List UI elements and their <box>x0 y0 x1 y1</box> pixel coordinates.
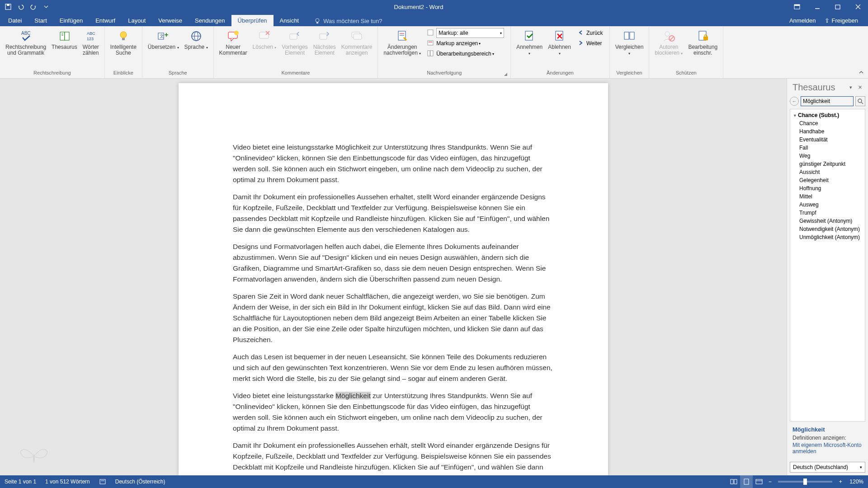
web-layout-icon[interactable] <box>753 475 765 488</box>
track-changes-button[interactable]: Änderungen nachverfolgen ▾ <box>381 28 424 69</box>
tell-me-search[interactable]: Was möchten Sie tun? <box>311 16 386 26</box>
tab-references[interactable]: Verweise <box>152 15 189 26</box>
tab-view[interactable]: Ansicht <box>274 15 306 26</box>
redo-icon[interactable] <box>29 2 38 11</box>
maximize-icon[interactable] <box>827 0 848 14</box>
signin-link[interactable]: Anmelden <box>785 15 821 26</box>
show-comments-button[interactable]: Kommentare anzeigen <box>339 28 375 69</box>
paragraph[interactable]: Auch das Lesen ist bequemer in der neuen… <box>233 352 554 384</box>
new-comment-button[interactable]: Neuer Kommentar <box>217 28 250 69</box>
back-button[interactable]: Zurück <box>576 28 605 38</box>
spelling-icon: ABC <box>19 29 33 43</box>
zoom-slider[interactable] <box>778 481 832 483</box>
ribbon-display-icon[interactable] <box>787 0 807 14</box>
zoom-out-button[interactable]: − <box>765 479 774 485</box>
signin-link[interactable]: Mit eigenem Microsoft-Konto anmelden <box>793 442 863 455</box>
tab-layout[interactable]: Layout <box>122 15 152 26</box>
show-markup-icon <box>427 40 434 47</box>
paragraph[interactable]: Sparen Sie Zeit in Word dank neuer Schal… <box>233 291 554 345</box>
tab-file[interactable]: Datei <box>2 15 28 26</box>
language-button[interactable]: Sprache ▾ <box>182 28 211 69</box>
tab-design[interactable]: Entwurf <box>89 15 122 26</box>
document-scroll[interactable]: Video bietet eine leistungsstarke Möglic… <box>0 79 787 475</box>
delete-comment-button[interactable]: Löschen ▾ <box>250 28 279 69</box>
close-icon[interactable] <box>848 0 868 14</box>
thesaurus-item[interactable]: Handhabe <box>790 127 865 136</box>
paragraph[interactable]: Video bietet eine leistungsstarke Möglic… <box>233 142 554 185</box>
thesaurus-item[interactable]: Unmöglichkeit (Antonym) <box>790 233 865 241</box>
undo-icon[interactable] <box>16 2 25 11</box>
pane-options-icon[interactable]: ▾ <box>847 84 854 91</box>
pane-back-icon[interactable]: ← <box>790 97 799 106</box>
prev-comment-button[interactable]: Vorheriges Element <box>279 28 310 69</box>
paragraph[interactable]: Designs und Formatvorlagen helfen auch d… <box>233 241 554 285</box>
paragraph[interactable]: Damit Ihr Dokument ein professionelles A… <box>233 192 554 235</box>
svg-point-52 <box>858 99 862 103</box>
tab-home[interactable]: Start <box>28 15 53 26</box>
tab-insert[interactable]: Einfügen <box>53 15 89 26</box>
tracking-launcher-icon[interactable]: ◢ <box>504 72 509 77</box>
group-tracking: Änderungen nachverfolgen ▾ Markup: alle▾… <box>378 26 511 78</box>
tab-mailings[interactable]: Sendungen <box>189 15 231 26</box>
read-mode-icon[interactable] <box>727 475 740 488</box>
thesaurus-results[interactable]: Chance (Subst.) ChanceHandhabeEventualit… <box>790 109 865 422</box>
spelling-button[interactable]: ABC Rechtschreibung und Grammatik <box>3 28 49 69</box>
svg-rect-37 <box>428 41 433 45</box>
save-icon[interactable] <box>4 2 13 11</box>
thesaurus-language-dropdown[interactable]: Deutsch (Deutschland)▾ <box>790 462 865 473</box>
translate-button[interactable]: 文 Übersetzen ▾ <box>145 28 182 69</box>
svg-rect-1 <box>7 4 9 6</box>
forward-button[interactable]: Weiter <box>576 38 605 48</box>
thesaurus-item[interactable]: Gelegenheit <box>790 176 865 184</box>
smartlookup-button[interactable]: Intelligente Suche <box>108 28 139 69</box>
next-comment-button[interactable]: Nächstes Element <box>311 28 339 69</box>
thesaurus-item[interactable]: Weg <box>790 152 865 160</box>
thesaurus-item[interactable]: Gewissheit (Antonym) <box>790 217 865 225</box>
wordcount-button[interactable]: ABC123 Wörter zählen <box>80 28 102 69</box>
reviewing-pane-button[interactable]: Überarbeitungsbereich ▾ <box>425 49 506 59</box>
pane-close-icon[interactable]: ✕ <box>856 84 863 91</box>
zoom-handle[interactable] <box>803 479 807 485</box>
zoom-in-button[interactable]: + <box>836 479 845 485</box>
share-link[interactable]: ⇪Freigeben <box>820 15 863 26</box>
qat-customize-icon[interactable] <box>42 2 51 11</box>
svg-rect-55 <box>100 479 105 484</box>
thesaurus-item[interactable]: günstiger Zeitpunkt <box>790 160 865 168</box>
thesaurus-item[interactable]: Trumpf <box>790 209 865 217</box>
thesaurus-item[interactable]: Mittel <box>790 192 865 201</box>
svg-rect-45 <box>624 32 629 39</box>
thesaurus-item[interactable]: Chance <box>790 119 865 127</box>
proofing-icon[interactable] <box>94 475 111 488</box>
thesaurus-item[interactable]: Eventualität <box>790 136 865 144</box>
language-indicator[interactable]: Deutsch (Österreich) <box>111 475 170 488</box>
page[interactable]: Video bietet eine leistungsstarke Möglic… <box>179 83 608 475</box>
thesaurus-search-input[interactable]: Möglichkeit <box>801 96 854 106</box>
thesaurus-item[interactable]: Fall <box>790 144 865 152</box>
search-icon[interactable] <box>855 96 865 106</box>
accept-button[interactable]: Annehmen▾ <box>514 28 545 69</box>
markup-dropdown[interactable]: Markup: alle▾ <box>425 28 506 38</box>
zoom-level[interactable]: 120% <box>845 479 868 485</box>
page-indicator[interactable]: Seite 1 von 1 <box>0 475 41 488</box>
paragraph[interactable]: Damit Ihr Dokument ein professionelles A… <box>233 440 554 475</box>
compare-button[interactable]: Vergleichen▾ <box>613 28 646 69</box>
paragraph[interactable]: Video bietet eine leistungsstarke Möglic… <box>233 390 554 434</box>
thesaurus-item[interactable]: Ausweg <box>790 201 865 209</box>
thesaurus-item[interactable]: Hoffnung <box>790 184 865 192</box>
collapse-ribbon-icon[interactable] <box>858 69 865 76</box>
print-layout-icon[interactable] <box>740 475 753 488</box>
restrict-editing-button[interactable]: Bearbeitung einschr. <box>685 28 720 69</box>
thesaurus-button[interactable]: Thesaurus <box>49 28 80 69</box>
selected-word[interactable]: Möglichkeit <box>335 392 371 399</box>
reject-button[interactable]: Ablehnen▾ <box>545 28 574 69</box>
svg-line-53 <box>861 102 863 104</box>
svg-rect-12 <box>65 32 69 40</box>
thesaurus-item[interactable]: Aussicht <box>790 168 865 176</box>
result-group-header[interactable]: Chance (Subst.) <box>790 111 865 119</box>
tab-review[interactable]: Überprüfen <box>231 15 274 26</box>
block-authors-button[interactable]: Autoren blockieren ▾ <box>652 28 685 69</box>
word-count[interactable]: 1 von 512 Wörtern <box>41 475 94 488</box>
show-markup-button[interactable]: Markup anzeigen ▾ <box>425 38 506 48</box>
minimize-icon[interactable] <box>807 0 827 14</box>
thesaurus-item[interactable]: Notwendigkeit (Antonym) <box>790 225 865 233</box>
